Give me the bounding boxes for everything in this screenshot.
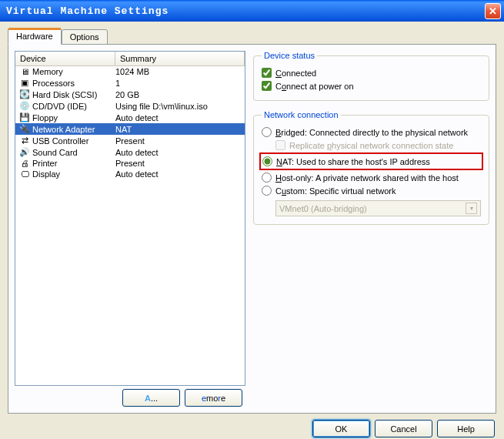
- connect-poweron-checkbox[interactable]: [262, 81, 272, 91]
- device-icon: 💽: [18, 89, 31, 99]
- connect-poweron-label: Connect at power on: [275, 82, 354, 91]
- col-device[interactable]: Device: [15, 52, 115, 65]
- device-summary: Auto detect: [115, 113, 242, 122]
- device-row[interactable]: 🔌Network AdapterNAT: [15, 123, 245, 135]
- nat-radio[interactable]: [262, 156, 272, 166]
- device-row[interactable]: 🔊Sound CardAuto detect: [15, 146, 245, 158]
- device-icon: 💾: [18, 112, 31, 122]
- device-summary: 1: [115, 79, 242, 88]
- device-name: Floppy: [32, 113, 115, 122]
- hostonly-radio[interactable]: [262, 173, 272, 183]
- device-row[interactable]: 💾FloppyAuto detect: [15, 112, 245, 123]
- vnet-value: VMnet0 (Auto-bridging): [279, 204, 367, 213]
- device-icon: ⇄: [18, 136, 31, 146]
- device-name: Hard Disk (SCSI): [32, 90, 115, 99]
- chevron-down-icon: ▾: [466, 203, 477, 214]
- nat-label: NAT: Used to share the host's IP address: [276, 157, 430, 166]
- device-row[interactable]: 🖵DisplayAuto detect: [15, 169, 245, 179]
- tab-strip: Hardware Options: [8, 28, 496, 45]
- device-name: Sound Card: [32, 148, 115, 157]
- device-row[interactable]: 🖨PrinterPresent: [15, 158, 245, 169]
- nat-highlight: NAT: Used to share the host's IP address: [259, 152, 483, 170]
- device-summary: 1024 MB: [115, 67, 242, 76]
- bridged-radio[interactable]: [262, 127, 272, 137]
- ok-button[interactable]: OK: [312, 420, 370, 437]
- add-button[interactable]: A...: [122, 389, 180, 407]
- device-row[interactable]: 💿CD/DVD (IDE)Using file D:\vm\linux.iso: [15, 100, 245, 112]
- device-status-legend: Device status: [262, 51, 317, 60]
- device-name: USB Controller: [32, 136, 115, 146]
- device-icon: 🖥: [18, 67, 31, 76]
- list-header: Device Summary: [15, 52, 245, 66]
- device-row[interactable]: 🖥Memory1024 MB: [15, 66, 245, 77]
- custom-radio[interactable]: [262, 186, 272, 196]
- device-summary: Using file D:\vm\linux.iso: [115, 102, 242, 111]
- device-name: Printer: [32, 159, 115, 168]
- device-icon: 🖨: [18, 159, 31, 168]
- connected-label: Connected: [275, 69, 316, 78]
- device-summary: Present: [115, 159, 242, 168]
- col-summary[interactable]: Summary: [115, 52, 245, 65]
- connected-checkbox[interactable]: [262, 68, 272, 78]
- tab-hardware[interactable]: Hardware: [8, 28, 62, 45]
- remove-button[interactable]: emore: [185, 389, 242, 407]
- device-name: Processors: [32, 79, 115, 88]
- help-button[interactable]: Help: [437, 420, 495, 437]
- device-summary: 20 GB: [115, 90, 242, 99]
- device-name: CD/DVD (IDE): [32, 102, 115, 111]
- cancel-button[interactable]: Cancel: [375, 420, 432, 437]
- device-icon: 🖵: [18, 169, 31, 179]
- device-summary: Auto detect: [115, 148, 242, 157]
- device-icon: 🔊: [18, 147, 31, 157]
- bridged-label: Bridged: Connected directly to the physi…: [275, 128, 468, 137]
- device-name: Memory: [32, 67, 115, 76]
- device-icon: ▣: [18, 78, 31, 88]
- custom-label: Custom: Specific virtual network: [275, 186, 396, 196]
- replicate-checkbox: [275, 140, 285, 150]
- device-row[interactable]: 💽Hard Disk (SCSI)20 GB: [15, 89, 245, 100]
- network-connection-group: Network connection Bridged: Connected di…: [253, 110, 489, 225]
- device-icon: 💿: [18, 101, 31, 111]
- device-icon: 🔌: [18, 124, 31, 134]
- vnet-combo: VMnet0 (Auto-bridging) ▾: [275, 200, 481, 216]
- network-legend: Network connection: [262, 110, 341, 119]
- device-summary: Present: [115, 136, 242, 146]
- close-button[interactable]: ✕: [485, 3, 501, 19]
- dialog-footer: OK Cancel Help: [8, 414, 496, 437]
- device-row[interactable]: ⇄USB ControllerPresent: [15, 135, 245, 146]
- tab-options[interactable]: Options: [62, 29, 108, 45]
- device-name: Network Adapter: [32, 125, 115, 134]
- replicate-label: Replicate physical network connection st…: [289, 141, 453, 150]
- list-buttons: A... emore: [15, 386, 245, 407]
- device-list[interactable]: Device Summary 🖥Memory1024 MB▣Processors…: [15, 51, 245, 386]
- device-summary: Auto detect: [115, 169, 242, 179]
- device-row[interactable]: ▣Processors1: [15, 77, 245, 89]
- hostonly-label: Host-only: A private network shared with…: [275, 173, 459, 183]
- device-status-group: Device status Connected Connect at power…: [253, 51, 489, 101]
- titlebar: Virtual Machine Settings ✕: [0, 0, 504, 22]
- device-summary: NAT: [115, 125, 242, 134]
- device-name: Display: [32, 169, 115, 179]
- window-title: Virtual Machine Settings: [3, 5, 485, 17]
